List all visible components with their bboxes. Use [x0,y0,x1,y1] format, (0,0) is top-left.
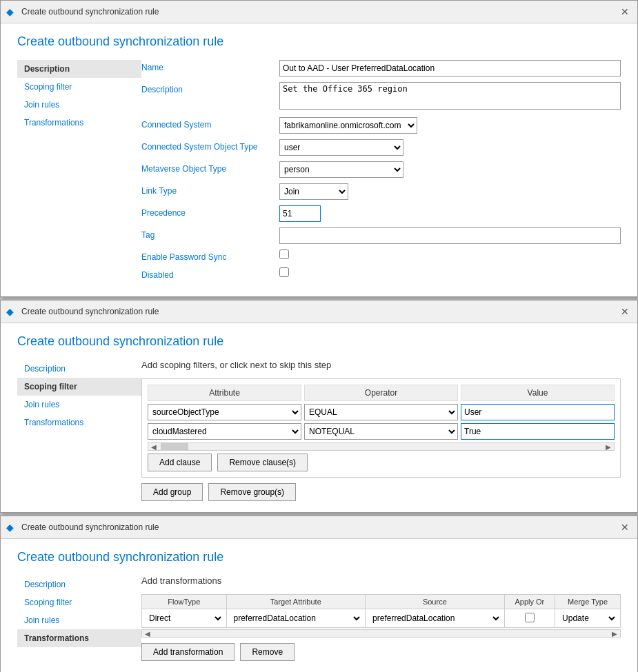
description-input[interactable] [279,82,621,110]
remove-clause-button[interactable]: Remove clause(s) [217,454,308,471]
form-disabled-row: Disabled [141,267,621,280]
sidebar-1-description[interactable]: Description [17,60,141,78]
link-type-select[interactable]: Join [279,183,348,200]
filter-attr-select-1[interactable]: sourceObjectType [148,404,301,420]
apply-or-checkbox-1[interactable] [525,613,535,622]
dialog-3-content: Description Scoping filter Join rules Tr… [17,576,621,661]
transform-row1-mergetype: Update [555,609,621,628]
filter-val-header: Value [461,385,615,401]
filter-val-input-1[interactable] [461,404,615,420]
precedence-label: Precedence [141,205,279,218]
cs-object-type-select[interactable]: user [279,139,403,156]
sidebar-3-transformations[interactable]: Transformations [17,629,141,647]
filter-val-input-2[interactable] [461,423,615,440]
dialog-1-icon: ◆ [6,6,17,17]
sidebar-2-description[interactable]: Description [17,360,141,378]
dialog-2-sidebar: Description Scoping filter Join rules Tr… [17,360,141,501]
description-label: Description [141,82,279,94]
dialog-2-icon: ◆ [6,306,17,317]
name-input-wrap [279,60,621,77]
source-select-1[interactable]: preferredDataLocation [368,611,501,626]
clause-btn-row: Add clause Remove clause(s) [148,454,615,471]
form-tag-row: Tag [141,227,621,244]
flowtype-select-1[interactable]: Direct Expression Constant [145,611,223,626]
filter-attr-header: Attribute [148,385,301,401]
sidebar-3-join-rules[interactable]: Join rules [17,611,141,629]
form-connected-system-row: Connected System fabrikamonline.onmicros… [141,117,621,134]
enable-password-sync-wrap [279,250,621,261]
add-clause-button[interactable]: Add clause [148,454,212,471]
transform-mergetype-header: Merge Type [555,595,621,609]
dialog-3-title: Create outbound synchronization rule [21,522,614,532]
dialog-scoping: ◆ Create outbound synchronization rule ✕… [0,300,638,513]
dialog-2-main: Add scoping filters, or click next to sk… [141,360,621,501]
form-cs-object-type-row: Connected System Object Type user [141,139,621,156]
form-description-row: Description [141,82,621,112]
transform-btn-row: Add transformation Remove [141,643,621,661]
enable-password-sync-checkbox[interactable] [279,250,289,259]
link-type-label: Link Type [141,183,279,196]
transform-applyor-header: Apply Or [504,595,555,609]
connected-system-label: Connected System [141,117,279,130]
sidebar-3-description[interactable]: Description [17,576,141,593]
add-transformation-button[interactable]: Add transformation [141,643,235,661]
filter-op-select-2[interactable]: NOTEQUAL [304,423,458,440]
sidebar-2-transformations[interactable]: Transformations [17,414,141,431]
sidebar-1-scoping[interactable]: Scoping filter [17,78,141,96]
form-precedence-row: Precedence [141,205,621,222]
remove-transformation-button[interactable]: Remove [240,643,295,661]
scoping-filter-table: Attribute Operator Value sourceObjectTyp… [141,378,621,478]
dialog-2-titlebar: ◆ Create outbound synchronization rule ✕ [1,301,637,323]
transform-target-header: Target Attribute [226,595,366,609]
dialog-3-titlebar: ◆ Create outbound synchronization rule ✕ [1,516,637,539]
remove-group-button[interactable]: Remove group(s) [208,483,296,501]
disabled-label: Disabled [141,267,279,280]
filter-op-header: Operator [304,385,458,401]
transform-row1-applyor [504,609,555,628]
dialog-2-close-button[interactable]: ✕ [618,305,632,318]
filter-table-header: Attribute Operator Value [148,385,615,401]
transform-scroll-left[interactable]: ◀ [142,629,153,639]
target-attr-select-1[interactable]: preferredDataLocation [230,611,363,626]
filter-op-select-1[interactable]: EQUAL [304,404,458,420]
transform-table: FlowType Target Attribute Source Apply O… [141,594,621,628]
dialog-1-content: Description Scoping filter Join rules Tr… [17,60,621,285]
dialog-2-content: Description Scoping filter Join rules Tr… [17,360,621,501]
sidebar-3-scoping[interactable]: Scoping filter [17,593,141,611]
precedence-wrap [279,205,621,222]
transform-row1-source: preferredDataLocation [366,609,505,628]
link-type-wrap: Join [279,183,621,200]
filter-attr-select-2[interactable]: cloudMastered [148,423,301,440]
dialog-1-form: Name Description Connected System [141,60,621,285]
name-input[interactable] [279,60,621,77]
connected-system-select[interactable]: fabrikamonline.onmicrosoft.com [279,117,417,134]
transform-flowtype-header: FlowType [142,595,227,609]
connected-system-wrap: fabrikamonline.onmicrosoft.com [279,117,621,134]
dialog-1-close-button[interactable]: ✕ [618,5,632,19]
tag-label: Tag [141,227,279,240]
disabled-checkbox[interactable] [279,267,289,277]
transform-row-1: Direct Expression Constant preferredData… [142,609,621,628]
add-group-button[interactable]: Add group [141,483,203,501]
form-enable-password-sync-row: Enable Password Sync [141,250,621,262]
sidebar-2-join-rules[interactable]: Join rules [17,396,141,414]
mv-object-type-select[interactable]: person [279,161,403,178]
sidebar-1-transformations[interactable]: Transformations [17,114,141,132]
dialog-1-sidebar: Description Scoping filter Join rules Tr… [17,60,141,285]
dialog-3-sidebar: Description Scoping filter Join rules Tr… [17,576,141,661]
tag-input[interactable] [279,227,621,244]
filter-scroll-right[interactable]: ▶ [603,442,614,452]
transform-scroll-right[interactable]: ▶ [609,629,620,639]
merge-type-select-1[interactable]: Update [558,611,617,626]
transform-scrollbar: ◀ ▶ [141,629,621,638]
filter-scroll-left[interactable]: ◀ [148,442,159,452]
sidebar-2-scoping[interactable]: Scoping filter [17,378,141,396]
dialog-2-body: Create outbound synchronization rule Des… [1,323,637,512]
dialog-3-body: Create outbound synchronization rule Des… [1,539,637,672]
group-btn-row: Add group Remove group(s) [141,483,621,501]
dialog-1-title: Create outbound synchronization rule [21,7,614,17]
precedence-input[interactable] [279,205,321,222]
dialog-3-heading: Create outbound synchronization rule [17,550,621,564]
dialog-3-close-button[interactable]: ✕ [618,520,632,534]
sidebar-1-join-rules[interactable]: Join rules [17,96,141,114]
